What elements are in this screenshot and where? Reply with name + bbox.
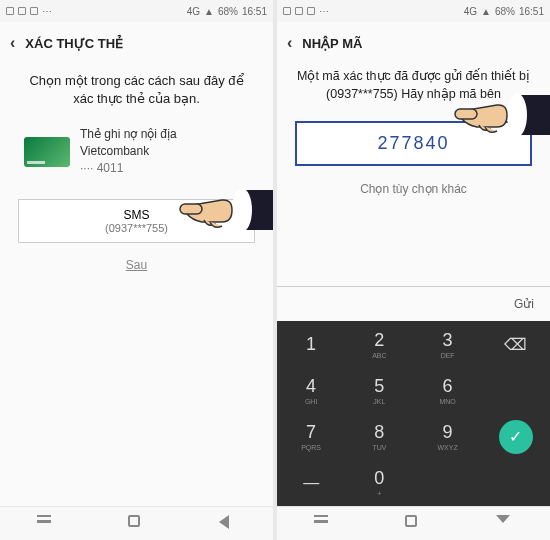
key-7[interactable]: 7PQRS bbox=[277, 414, 345, 460]
key-done[interactable]: ✓ bbox=[482, 367, 550, 506]
code-input[interactable] bbox=[295, 121, 532, 166]
card-last4: 4011 bbox=[97, 161, 124, 175]
main-content: Chọn một trong các cách sau đây để xác t… bbox=[0, 60, 273, 506]
key-5[interactable]: 5JKL bbox=[345, 367, 413, 413]
backspace-icon: ⌫ bbox=[504, 335, 527, 354]
card-mask: ···· bbox=[80, 161, 93, 175]
sms-verify-button[interactable]: SMS (0937***755) bbox=[18, 199, 255, 243]
done-icon: ✓ bbox=[499, 420, 533, 454]
notification-icon bbox=[6, 7, 14, 15]
later-link[interactable]: Sau bbox=[126, 258, 147, 272]
instruction-text: Một mã xác thực đã được gửi đến thiết bị… bbox=[295, 68, 532, 103]
signal-icon: ▲ bbox=[204, 6, 214, 17]
key-3[interactable]: 3DEF bbox=[414, 321, 482, 367]
notification-icon bbox=[295, 7, 303, 15]
network-label: 4G bbox=[464, 6, 477, 17]
key-9[interactable]: 9WXYZ bbox=[414, 414, 482, 460]
back-button[interactable] bbox=[496, 515, 514, 533]
battery-label: 68% bbox=[495, 6, 515, 17]
notification-icon bbox=[30, 7, 38, 15]
other-option-link[interactable]: Chọn tùy chọn khác bbox=[295, 182, 532, 196]
card-summary: Thẻ ghi nợ nội địa Vietcombank ···· 4011 bbox=[18, 126, 255, 176]
key-8[interactable]: 8TUV bbox=[345, 414, 413, 460]
key-backspace[interactable]: ⌫ bbox=[482, 321, 550, 367]
phone-screen-enter-code: ⋯ 4G ▲ 68% 16:51 ‹ NHẬP MÃ Một mã xác th… bbox=[277, 0, 550, 540]
key-4[interactable]: 4GHI bbox=[277, 367, 345, 413]
sms-label: SMS bbox=[123, 208, 149, 222]
key-6[interactable]: 6MNO bbox=[414, 367, 482, 413]
notification-icon bbox=[307, 7, 315, 15]
back-icon[interactable]: ‹ bbox=[287, 34, 292, 52]
recents-button[interactable] bbox=[37, 515, 55, 533]
key-1[interactable]: 1 bbox=[277, 321, 345, 367]
app-header: ‹ XÁC THỰC THẺ bbox=[0, 22, 273, 60]
send-row: Gửi bbox=[277, 286, 550, 321]
back-button[interactable] bbox=[219, 515, 237, 533]
sms-number: (0937***755) bbox=[29, 222, 244, 234]
android-nav-bar bbox=[0, 506, 273, 540]
home-button[interactable] bbox=[128, 515, 146, 533]
status-bar: ⋯ 4G ▲ 68% 16:51 bbox=[0, 0, 273, 22]
key-empty bbox=[414, 460, 482, 506]
card-title: Thẻ ghi nợ nội địa bbox=[80, 126, 177, 143]
page-title: XÁC THỰC THẺ bbox=[25, 36, 123, 51]
app-header: ‹ NHẬP MÃ bbox=[277, 22, 550, 60]
network-label: 4G bbox=[187, 6, 200, 17]
send-button[interactable]: Gửi bbox=[514, 297, 534, 311]
battery-label: 68% bbox=[218, 6, 238, 17]
instruction-text: Chọn một trong các cách sau đây để xác t… bbox=[18, 72, 255, 108]
more-icon: ⋯ bbox=[319, 6, 329, 17]
key-0[interactable]: 0+ bbox=[345, 460, 413, 506]
status-bar: ⋯ 4G ▲ 68% 16:51 bbox=[277, 0, 550, 22]
main-content: Một mã xác thực đã được gửi đến thiết bị… bbox=[277, 60, 550, 286]
phone-screen-verify-card: ⋯ 4G ▲ 68% 16:51 ‹ XÁC THỰC THẺ Chọn một… bbox=[0, 0, 273, 540]
notification-icon bbox=[18, 7, 26, 15]
key-2[interactable]: 2ABC bbox=[345, 321, 413, 367]
page-title: NHẬP MÃ bbox=[302, 36, 362, 51]
card-thumbnail-icon bbox=[24, 137, 70, 167]
key-dash[interactable]: — bbox=[277, 460, 345, 506]
back-icon[interactable]: ‹ bbox=[10, 34, 15, 52]
android-nav-bar bbox=[277, 506, 550, 540]
more-icon: ⋯ bbox=[42, 6, 52, 17]
signal-icon: ▲ bbox=[481, 6, 491, 17]
card-bank: Vietcombank bbox=[80, 143, 177, 160]
recents-button[interactable] bbox=[314, 515, 332, 533]
notification-icon bbox=[283, 7, 291, 15]
numeric-keypad: 1 2ABC 3DEF ⌫ 4GHI 5JKL 6MNO ✓ 7PQRS 8TU… bbox=[277, 321, 550, 506]
clock-label: 16:51 bbox=[519, 6, 544, 17]
clock-label: 16:51 bbox=[242, 6, 267, 17]
home-button[interactable] bbox=[405, 515, 423, 533]
